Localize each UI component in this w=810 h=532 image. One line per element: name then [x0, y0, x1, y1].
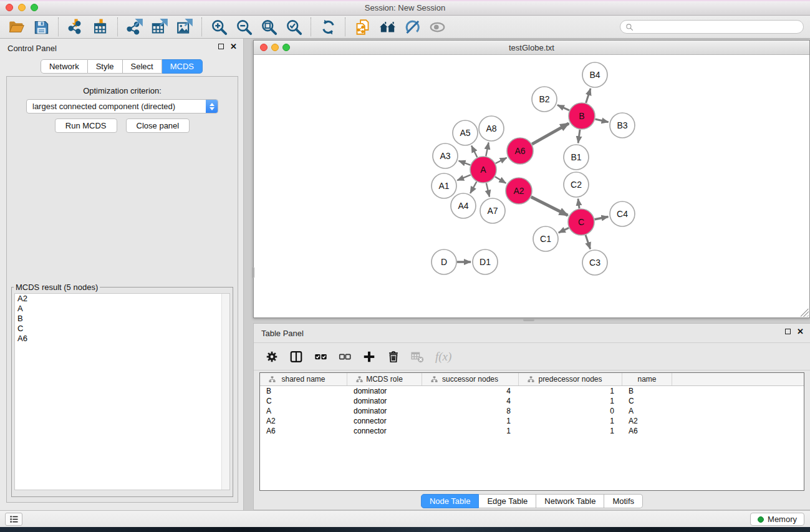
- result-item[interactable]: C: [15, 324, 229, 334]
- toolbar-group: [122, 17, 197, 37]
- column-attr-icon: [352, 376, 359, 383]
- import-table-icon[interactable]: [88, 17, 113, 37]
- gear-icon[interactable]: [263, 347, 281, 366]
- mcds-result-group: MCDS result (5 nodes) A2ABCA6: [11, 283, 233, 497]
- tab-network-table[interactable]: Network Table: [536, 494, 604, 508]
- graph-edge-A-A7[interactable]: [486, 183, 489, 196]
- search-input[interactable]: [637, 22, 798, 32]
- result-item[interactable]: A2: [15, 294, 229, 304]
- network-window: testGlobe.txt B4B2BB3A8A5A6A3B1AC2A1A2A4…: [253, 40, 810, 318]
- trash-icon[interactable]: [384, 347, 403, 366]
- graph-edge-A6-B[interactable]: [532, 123, 569, 144]
- table-toolbar-icons: [263, 347, 427, 366]
- graph-edge-A-A1[interactable]: [457, 175, 470, 180]
- table-row[interactable]: Adominator80A: [260, 406, 804, 416]
- graph-edge-B-B2[interactable]: [557, 105, 569, 110]
- import-network-icon[interactable]: [63, 17, 88, 37]
- table-row[interactable]: A6connector11A6: [260, 426, 804, 436]
- table-row[interactable]: Bdominator41B: [260, 386, 804, 396]
- column-label: MCDS role: [366, 375, 403, 384]
- graph-edge-B-B3[interactable]: [595, 119, 608, 122]
- cybrowser-icon[interactable]: [375, 17, 400, 37]
- network-graph[interactable]: B4B2BB3A8A5A6A3B1AC2A1A2A4A7C4CC1C3DD1: [254, 55, 809, 317]
- float-panel-icon[interactable]: [218, 44, 224, 49]
- graph-edge-A-A4[interactable]: [470, 181, 476, 193]
- tab-select[interactable]: Select: [123, 59, 162, 74]
- tab-motifs[interactable]: Motifs: [604, 494, 643, 508]
- column-header-shared-name[interactable]: shared name: [260, 373, 347, 385]
- graph-edge-A-A2[interactable]: [495, 177, 506, 183]
- zoom-fit-icon[interactable]: [256, 17, 281, 37]
- graph-node-label-B: B: [579, 111, 584, 121]
- new-network-selection-icon[interactable]: [350, 17, 375, 37]
- tab-network[interactable]: Network: [41, 59, 88, 74]
- zoom-selected-icon[interactable]: [281, 17, 306, 37]
- column-header-predecessor-nodes[interactable]: predecessor nodes: [519, 373, 622, 385]
- criterion-dropdown[interactable]: largest connected component (directed): [26, 99, 218, 114]
- zoom-in-icon[interactable]: [206, 17, 231, 37]
- tab-style[interactable]: Style: [88, 59, 123, 74]
- mcds-buttons-row: Run MCDS Close panel: [7, 118, 238, 133]
- memory-button[interactable]: Memory: [750, 513, 804, 526]
- graph-edge-C-C4[interactable]: [595, 216, 609, 219]
- graph-node-label-A3: A3: [440, 151, 450, 161]
- table-row[interactable]: Cdominator41C: [260, 396, 804, 406]
- horizontal-splitter-handle[interactable]: [523, 319, 534, 321]
- hide-graphics-icon[interactable]: [400, 17, 425, 37]
- graph-edge-C-C2[interactable]: [578, 199, 579, 208]
- graph-edge-A2-C[interactable]: [531, 197, 568, 215]
- table-body: Bdominator41BCdominator41CAdominator80AA…: [260, 386, 804, 436]
- column-header-MCDS-role[interactable]: MCDS role: [347, 373, 422, 385]
- result-scrollbar[interactable]: [221, 294, 229, 490]
- column-header-filler: [672, 373, 804, 385]
- split-column-icon[interactable]: [287, 347, 306, 366]
- search-field[interactable]: [620, 20, 804, 34]
- graph-node-label-A2: A2: [513, 186, 524, 196]
- memory-label: Memory: [768, 515, 797, 524]
- column-header-successor-nodes[interactable]: successor nodes: [422, 373, 519, 385]
- select-all-icon[interactable]: [311, 347, 330, 366]
- float-table-panel-icon[interactable]: [785, 329, 791, 334]
- graph-edge-A-A5[interactable]: [471, 146, 477, 158]
- graph-edge-B-B1[interactable]: [578, 130, 580, 143]
- close-table-panel-icon[interactable]: ✕: [797, 328, 804, 335]
- table-row[interactable]: A2connector11A2: [260, 416, 804, 426]
- mcds-result-list[interactable]: A2ABCA6: [14, 293, 230, 490]
- graph-edge-C-C1[interactable]: [559, 228, 569, 233]
- task-history-button[interactable]: [5, 513, 22, 526]
- graph-edge-A-A3[interactable]: [459, 161, 471, 165]
- cell-predecessor-nodes: 1: [519, 427, 622, 435]
- export-table-icon[interactable]: [147, 17, 172, 37]
- vertical-splitter-handle[interactable]: [252, 267, 254, 278]
- close-panel-button[interactable]: Close panel: [126, 118, 190, 133]
- network-view[interactable]: B4B2BB3A8A5A6A3B1AC2A1A2A4A7C4CC1C3DD1: [254, 55, 809, 317]
- tab-mcds[interactable]: MCDS: [162, 59, 203, 74]
- resize-grip-icon[interactable]: [801, 309, 809, 317]
- result-item[interactable]: A: [15, 304, 229, 314]
- export-image-icon[interactable]: [172, 17, 197, 37]
- graph-edge-C-C3[interactable]: [586, 235, 591, 249]
- run-mcds-button[interactable]: Run MCDS: [55, 118, 117, 133]
- export-network-icon[interactable]: [122, 17, 147, 37]
- graph-node-label-D: D: [441, 257, 447, 267]
- graph-edge-A-A6[interactable]: [496, 158, 507, 163]
- close-panel-icon[interactable]: ✕: [230, 43, 237, 50]
- column-header-name[interactable]: name: [622, 373, 672, 385]
- zoom-out-icon[interactable]: [231, 17, 256, 37]
- criterion-value: largest connected component (directed): [27, 102, 206, 111]
- network-window-titlebar[interactable]: testGlobe.txt: [254, 41, 809, 55]
- save-session-icon[interactable]: [29, 17, 54, 37]
- add-column-icon[interactable]: [360, 347, 378, 366]
- cell-MCDS-role: connector: [347, 427, 422, 435]
- tab-node-table[interactable]: Node Table: [421, 494, 480, 508]
- open-session-icon[interactable]: [4, 17, 29, 37]
- deselect-all-icon[interactable]: [335, 347, 354, 366]
- table-panel-title: Table Panel: [261, 329, 304, 338]
- result-item[interactable]: A6: [15, 334, 229, 344]
- graph-edge-A-A8[interactable]: [486, 143, 488, 157]
- result-item[interactable]: B: [15, 314, 229, 324]
- graph-edge-B-B4[interactable]: [586, 89, 591, 103]
- node-table[interactable]: shared name MCDS role successor nodes pr…: [259, 372, 804, 491]
- refresh-icon[interactable]: [316, 17, 340, 37]
- tab-edge-table[interactable]: Edge Table: [479, 494, 536, 508]
